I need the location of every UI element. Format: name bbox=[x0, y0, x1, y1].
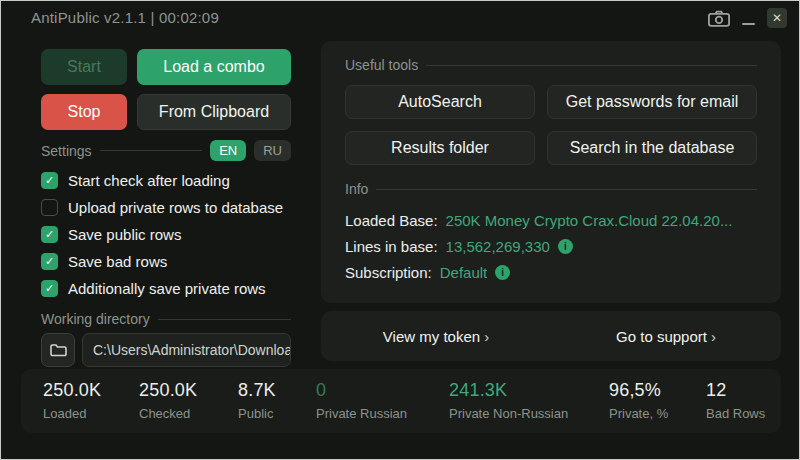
useful-tools-label: Useful tools bbox=[345, 57, 418, 73]
autosearch-button[interactable]: AutoSearch bbox=[345, 85, 535, 119]
stats-bar: 250.0K Loaded 250.0K Checked 8.7K Public… bbox=[21, 369, 781, 433]
checkbox-box[interactable]: ✓ bbox=[41, 280, 58, 297]
left-panel: Start Load a combo Stop From Clipboard S… bbox=[41, 49, 291, 367]
check-icon: ✓ bbox=[45, 175, 54, 186]
from-clipboard-button[interactable]: From Clipboard bbox=[137, 94, 291, 130]
title-bar: AntiPublic v2.1.1 | 00:02:09 ✕ bbox=[1, 1, 799, 35]
stat-value: 241.3K bbox=[449, 380, 568, 401]
stat-loaded: 250.0K Loaded bbox=[43, 380, 101, 421]
info-row-label: Lines in base: bbox=[345, 238, 438, 255]
info-row-label: Loaded Base: bbox=[345, 212, 438, 229]
settings-header: Settings EN RU bbox=[41, 140, 291, 161]
check-icon: ✓ bbox=[45, 229, 54, 240]
view-my-token-link[interactable]: View my token› bbox=[321, 328, 551, 345]
stat-label: Private, % bbox=[609, 406, 668, 421]
info-row-loaded-base: Loaded Base: 250K Money Crypto Crax.Clou… bbox=[345, 207, 757, 233]
working-directory-input[interactable]: C:\Users\Administrator\Downloa... bbox=[82, 333, 291, 367]
info-label: Info bbox=[345, 181, 368, 197]
load-combo-button[interactable]: Load a combo bbox=[137, 49, 291, 85]
button-row-1: Start Load a combo bbox=[41, 49, 291, 85]
checkbox-label: Additionally save private rows bbox=[68, 280, 266, 297]
info-icon[interactable]: i bbox=[558, 239, 573, 254]
tools-grid: AutoSearch Get passwords for email Resul… bbox=[345, 85, 757, 165]
check-icon: ✓ bbox=[45, 256, 54, 267]
checkbox-additionally-save-private-rows[interactable]: ✓ Additionally save private rows bbox=[41, 275, 291, 302]
chevron-right-icon: › bbox=[484, 328, 489, 345]
go-to-support-label: Go to support bbox=[616, 328, 707, 345]
stat-value: 0 bbox=[316, 380, 407, 401]
checkbox-upload-private-rows[interactable]: ✓ Upload private rows to database bbox=[41, 194, 291, 221]
close-icon[interactable]: ✕ bbox=[767, 8, 787, 28]
stop-button[interactable]: Stop bbox=[41, 94, 127, 130]
minimize-icon[interactable] bbox=[742, 23, 755, 25]
stat-value: 96,5% bbox=[609, 380, 668, 401]
stat-label: Bad Rows bbox=[706, 406, 765, 421]
info-icon[interactable]: i bbox=[495, 265, 510, 280]
titlebar-icons: ✕ bbox=[708, 7, 787, 29]
stat-label: Public bbox=[238, 406, 276, 421]
divider-line bbox=[426, 65, 757, 66]
results-folder-button[interactable]: Results folder bbox=[345, 131, 535, 165]
checkbox-box[interactable]: ✓ bbox=[41, 172, 58, 189]
window-title: AntiPublic v2.1.1 | 00:02:09 bbox=[31, 9, 219, 26]
chevron-right-icon: › bbox=[711, 328, 716, 345]
stat-value: 250.0K bbox=[43, 380, 101, 401]
checkbox-box[interactable]: ✓ bbox=[41, 253, 58, 270]
info-row-lines-in-base: Lines in base: 13,562,269,330 i bbox=[345, 233, 757, 259]
divider-line bbox=[376, 189, 757, 190]
loaded-base-value: 250K Money Crypto Crax.Cloud 22.04.20... bbox=[446, 212, 733, 229]
stat-value: 250.0K bbox=[139, 380, 197, 401]
view-my-token-label: View my token bbox=[383, 328, 480, 345]
go-to-support-link[interactable]: Go to support› bbox=[551, 328, 781, 345]
checkbox-save-bad-rows[interactable]: ✓ Save bad rows bbox=[41, 248, 291, 275]
subscription-value: Default bbox=[440, 264, 488, 281]
info-row-label: Subscription: bbox=[345, 264, 432, 281]
working-directory-label: Working directory bbox=[41, 311, 150, 327]
checkbox-start-check-after-loading[interactable]: ✓ Start check after loading bbox=[41, 167, 291, 194]
divider-line bbox=[158, 319, 291, 320]
button-row-2: Stop From Clipboard bbox=[41, 94, 291, 130]
checkbox-label: Start check after loading bbox=[68, 172, 230, 189]
checkbox-box[interactable]: ✓ bbox=[41, 226, 58, 243]
start-button[interactable]: Start bbox=[41, 49, 127, 85]
folder-icon[interactable] bbox=[41, 333, 75, 367]
info-row-subscription: Subscription: Default i bbox=[345, 259, 757, 285]
search-database-button[interactable]: Search in the database bbox=[547, 131, 757, 165]
stat-private-percent: 96,5% Private, % bbox=[609, 380, 668, 421]
get-passwords-button[interactable]: Get passwords for email bbox=[547, 85, 757, 119]
checkbox-box[interactable]: ✓ bbox=[41, 199, 58, 216]
check-icon: ✓ bbox=[45, 283, 54, 294]
stat-label: Private Russian bbox=[316, 406, 407, 421]
camera-icon[interactable] bbox=[708, 10, 730, 27]
stat-private-non-russian: 241.3K Private Non-Russian bbox=[449, 380, 568, 421]
stat-label: Private Non-Russian bbox=[449, 406, 568, 421]
right-panel: Useful tools AutoSearch Get passwords fo… bbox=[321, 41, 781, 303]
language-toggle-ru[interactable]: RU bbox=[254, 140, 291, 161]
language-toggle-en[interactable]: EN bbox=[210, 140, 246, 161]
stat-bad-rows: 12 Bad Rows bbox=[706, 380, 765, 421]
stat-public: 8.7K Public bbox=[238, 380, 276, 421]
stat-value: 12 bbox=[706, 380, 765, 401]
info-rows: Loaded Base: 250K Money Crypto Crax.Clou… bbox=[345, 207, 757, 285]
checkbox-label: Save bad rows bbox=[68, 253, 167, 270]
stat-private-russian: 0 Private Russian bbox=[316, 380, 407, 421]
close-glyph: ✕ bbox=[772, 11, 782, 25]
stat-label: Checked bbox=[139, 406, 197, 421]
checkbox-save-public-rows[interactable]: ✓ Save public rows bbox=[41, 221, 291, 248]
stat-label: Loaded bbox=[43, 406, 101, 421]
checkbox-label: Save public rows bbox=[68, 226, 181, 243]
info-header: Info bbox=[345, 181, 757, 197]
useful-tools-header: Useful tools bbox=[345, 57, 757, 73]
app-window: AntiPublic v2.1.1 | 00:02:09 ✕ Start Loa… bbox=[0, 0, 800, 460]
working-directory-header: Working directory bbox=[41, 311, 291, 327]
stat-value: 8.7K bbox=[238, 380, 276, 401]
working-directory-row: C:\Users\Administrator\Downloa... bbox=[41, 333, 291, 367]
settings-label: Settings bbox=[41, 143, 92, 159]
links-panel: View my token› Go to support› bbox=[321, 311, 781, 361]
divider-line bbox=[100, 150, 203, 151]
checkbox-label: Upload private rows to database bbox=[68, 199, 283, 216]
lines-in-base-value: 13,562,269,330 bbox=[446, 238, 550, 255]
stat-checked: 250.0K Checked bbox=[139, 380, 197, 421]
